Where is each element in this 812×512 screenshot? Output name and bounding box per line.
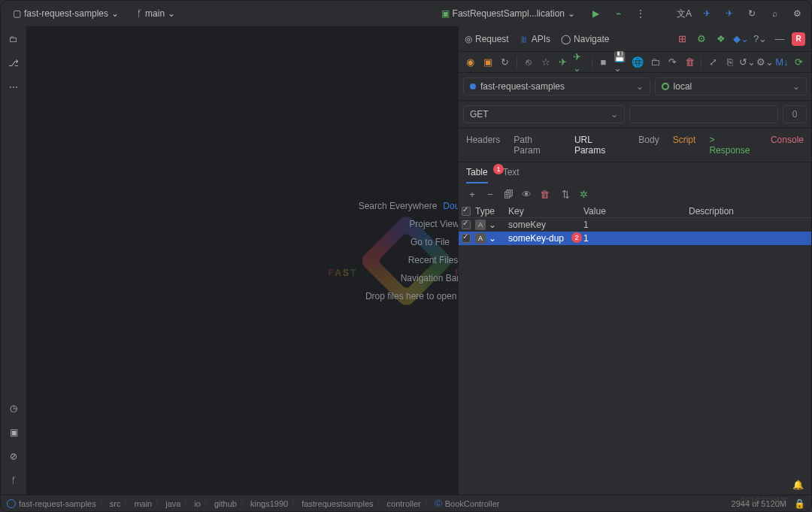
fastrequest-badge[interactable]: R [792, 32, 805, 46]
clear-icon[interactable]: 🗑 [537, 186, 552, 201]
branch-selector[interactable]: ᚶ main ⌄ [131, 6, 181, 21]
subtab-response[interactable]: > Response [709, 135, 757, 156]
search-icon[interactable]: ⌕ [766, 5, 783, 22]
save-icon[interactable]: 💾⌄ [614, 55, 629, 70]
tab-navigate[interactable]: ◯Navigate [561, 34, 609, 44]
status-indicator[interactable] [7, 499, 16, 508]
project-name: fast-request-samples [24, 8, 108, 19]
project-selector[interactable]: ▢ fast-request-samples ⌄ [7, 6, 125, 21]
crumb[interactable]: BookController [445, 499, 500, 508]
table-row[interactable]: A⌄ someKey-dup 1 2 [459, 232, 811, 245]
send-download-icon[interactable]: ✈⌄ [573, 55, 588, 70]
terminal-icon[interactable]: ▣ [5, 424, 22, 441]
problems-icon[interactable]: ⊘ [5, 448, 22, 465]
subtab-headers[interactable]: Headers [466, 135, 500, 156]
mode-text[interactable]: Text [503, 167, 520, 183]
tip-project: Project View [409, 219, 459, 229]
sort-icon[interactable]: ⇅ [558, 186, 573, 201]
chart-icon[interactable]: ⤢ [705, 55, 720, 70]
send-icon[interactable]: ✈ [556, 55, 571, 70]
cell-value[interactable]: 1 [583, 233, 689, 244]
crumb[interactable]: src [110, 499, 121, 508]
structure-icon[interactable]: ⎇ [5, 55, 22, 71]
config-icon[interactable]: ⚙⌄ [757, 55, 772, 70]
chevron-down-icon: ⌄ [111, 8, 119, 19]
history-icon[interactable]: ↺⌄ [740, 55, 755, 70]
help-icon[interactable]: ?⌄ [753, 32, 768, 47]
services-icon[interactable]: ◷ [5, 400, 22, 417]
sync-icon[interactable]: ⟳ [792, 55, 807, 70]
col-type: Type [475, 206, 508, 217]
duplicate-icon[interactable]: 🗐 [501, 186, 516, 201]
more-button[interactable]: ⋮ [632, 5, 649, 22]
run-config-selector[interactable]: ▣ FastRequestSampl...lication ⌄ [435, 6, 581, 21]
project-select[interactable]: fast-request-samples ⌄ [463, 77, 650, 95]
send-icon[interactable]: ✈ [698, 5, 715, 22]
refresh-icon[interactable]: ↻ [498, 55, 513, 70]
link-icon[interactable]: ⎋ [521, 55, 536, 70]
subtab-script[interactable]: Script [673, 135, 696, 156]
vcs-icon[interactable]: ᚶ [5, 472, 22, 489]
crumb[interactable]: github [214, 499, 237, 508]
debug-button[interactable]: ⌁ [610, 5, 626, 22]
curl-icon[interactable]: ↷ [665, 55, 680, 70]
lock-icon[interactable]: 🔒 [794, 498, 805, 509]
grid-icon[interactable]: ⊞ [674, 32, 689, 47]
compass-icon: ◯ [561, 34, 571, 44]
row-check[interactable] [462, 234, 471, 243]
table-row[interactable]: A⌄ someKey 1 [459, 218, 811, 232]
cube-icon[interactable]: ◆⌄ [733, 32, 748, 47]
notifications-icon[interactable]: 🔔 [792, 480, 804, 490]
crumb[interactable]: main [134, 499, 152, 508]
translate-icon[interactable]: 文A [676, 5, 692, 22]
update-icon[interactable]: ↻ [744, 5, 760, 22]
subtab-path[interactable]: Path Param [514, 135, 561, 156]
subtab-console[interactable]: Console [771, 135, 804, 156]
cell-value[interactable]: 1 [583, 220, 689, 230]
copy-icon[interactable]: ⎘ [723, 55, 738, 70]
crumb[interactable]: kings1990 [250, 499, 288, 508]
cell-key[interactable]: someKey [508, 220, 583, 230]
stop2-icon[interactable]: ■ [596, 55, 611, 70]
crumb[interactable]: io [194, 499, 201, 508]
tab-apis[interactable]: ⫼APIs [520, 34, 550, 44]
bookmark-icon[interactable]: ☆ [538, 55, 553, 70]
send2-icon[interactable]: ✈ [721, 5, 738, 22]
markdown-icon[interactable]: M↓ [774, 55, 789, 70]
row-check[interactable] [462, 220, 471, 229]
retry-count[interactable]: 0 [783, 105, 807, 123]
crumb[interactable]: java [165, 499, 180, 508]
more-tools-icon[interactable]: ⋯ [5, 79, 22, 95]
env-icon [662, 83, 669, 90]
record-icon[interactable]: ▣ [480, 55, 495, 70]
auto-icon[interactable]: ✲ [576, 186, 591, 201]
chevron-down-icon[interactable]: ⌄ [489, 220, 496, 230]
leaf-icon[interactable]: ❖ [714, 32, 729, 47]
memory-indicator[interactable]: 2944 of 5120M [732, 499, 786, 508]
minimize-icon[interactable]: — [772, 32, 787, 47]
chevron-down-icon[interactable]: ⌄ [489, 233, 496, 244]
crumb[interactable]: fastrequestsamples [301, 499, 373, 508]
subtab-url[interactable]: URL Params [574, 135, 625, 156]
stop-icon[interactable]: ◉ [463, 55, 478, 70]
files-icon[interactable]: 🗀 [5, 31, 22, 47]
eye-icon[interactable]: 👁 [519, 186, 534, 201]
folder-icon[interactable]: 🗀 [647, 55, 662, 70]
mode-table[interactable]: Table [466, 167, 488, 183]
crumb[interactable]: controller [387, 499, 421, 508]
method-select[interactable]: GET ⌄ [463, 105, 625, 123]
subtab-body[interactable]: Body [638, 135, 659, 156]
url-input[interactable] [629, 105, 779, 123]
run-button[interactable]: ▶ [587, 5, 604, 22]
tip-navbar: Navigation Bar [401, 273, 460, 283]
remove-row-icon[interactable]: − [483, 186, 498, 201]
gear-icon[interactable]: ⚙ [694, 32, 709, 47]
add-row-icon[interactable]: + [465, 186, 480, 201]
settings-icon[interactable]: ⚙ [789, 5, 805, 22]
globe-icon[interactable]: 🌐 [630, 55, 645, 70]
check-all[interactable] [462, 207, 471, 216]
tab-request[interactable]: ◎Request [465, 34, 509, 44]
env-select[interactable]: local ⌄ [655, 77, 807, 95]
crumb[interactable]: fast-request-samples [19, 499, 96, 508]
delete-icon[interactable]: 🗑 [682, 55, 697, 70]
